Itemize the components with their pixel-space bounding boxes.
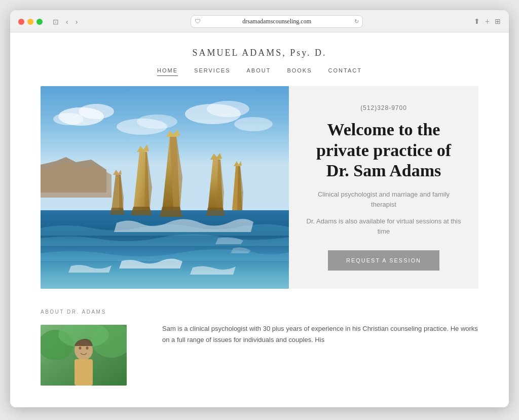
forward-button[interactable]: › bbox=[73, 17, 80, 27]
sidebar-toggle-button[interactable]: ⊡ bbox=[51, 17, 61, 27]
close-button[interactable] bbox=[18, 19, 24, 25]
share-icon[interactable]: ⬆ bbox=[474, 17, 480, 26]
about-left-column: ABOUT DR. ADAMS bbox=[41, 309, 142, 386]
welcome-heading: Welcome to the private practice of Dr. S… bbox=[305, 120, 462, 181]
subtitle-text: Clinical psychologist and marriage and f… bbox=[305, 189, 462, 209]
nav-home[interactable]: HOME bbox=[157, 67, 178, 76]
svg-point-2 bbox=[79, 104, 114, 119]
browser-action-icons: ⬆ + ⊞ bbox=[474, 17, 501, 26]
address-bar[interactable]: drsamadamscounseling.com bbox=[191, 15, 363, 28]
back-button[interactable]: ‹ bbox=[64, 17, 70, 27]
hero-info-box: (512)328-9700 Welcome to the private pra… bbox=[289, 86, 478, 289]
tabs-grid-icon[interactable]: ⊞ bbox=[495, 17, 501, 26]
site-title: SAMUEL ADAMS, Psy. D. bbox=[20, 48, 499, 58]
address-bar-container: 🛡 drsamadamscounseling.com ↻ bbox=[85, 15, 469, 28]
virtual-text: Dr. Adams is also available for virtual … bbox=[305, 216, 462, 236]
hero-landscape-svg bbox=[41, 86, 289, 289]
svg-point-5 bbox=[137, 114, 177, 129]
hero-image bbox=[41, 86, 289, 289]
about-section: ABOUT DR. ADAMS bbox=[10, 289, 509, 396]
security-icon: 🛡 bbox=[195, 18, 201, 25]
svg-point-16 bbox=[79, 347, 82, 350]
hero-section: (512)328-9700 Welcome to the private pra… bbox=[41, 86, 478, 289]
svg-point-7 bbox=[207, 101, 249, 117]
site-header: SAMUEL ADAMS, Psy. D. HOME SERVICES ABOU… bbox=[10, 32, 509, 76]
phone-number: (512)328-9700 bbox=[360, 104, 407, 111]
website-content: SAMUEL ADAMS, Psy. D. HOME SERVICES ABOU… bbox=[10, 32, 509, 407]
about-body-text: Sam is a clinical psychologist with 30 p… bbox=[162, 323, 478, 346]
nav-books[interactable]: BOOKS bbox=[287, 67, 312, 76]
minimize-button[interactable] bbox=[27, 19, 33, 25]
browser-nav-controls: ⊡ ‹ › bbox=[51, 17, 80, 27]
maximize-button[interactable] bbox=[36, 19, 43, 25]
browser-window: ⊡ ‹ › 🛡 drsamadamscounseling.com ↻ ⬆ + ⊞… bbox=[10, 10, 509, 407]
nav-contact[interactable]: CONTACT bbox=[328, 67, 362, 76]
svg-point-17 bbox=[86, 347, 89, 350]
site-nav: HOME SERVICES ABOUT BOOKS CONTACT bbox=[20, 67, 499, 76]
request-session-button[interactable]: REQUEST A SESSION bbox=[328, 250, 439, 271]
nav-services[interactable]: SERVICES bbox=[194, 67, 230, 76]
new-tab-icon[interactable]: + bbox=[485, 17, 490, 26]
nav-about[interactable]: ABOUT bbox=[247, 67, 271, 76]
about-photo bbox=[41, 325, 127, 386]
svg-point-8 bbox=[234, 117, 273, 131]
about-section-label: ABOUT DR. ADAMS bbox=[41, 309, 142, 315]
svg-point-3 bbox=[53, 113, 84, 125]
hero-image-container bbox=[41, 86, 289, 289]
svg-rect-15 bbox=[75, 359, 93, 386]
about-right-column: Sam is a clinical psychologist with 30 p… bbox=[162, 309, 478, 346]
about-photo-svg bbox=[41, 325, 127, 386]
traffic-lights bbox=[18, 19, 43, 25]
browser-chrome: ⊡ ‹ › 🛡 drsamadamscounseling.com ↻ ⬆ + ⊞ bbox=[10, 10, 509, 32]
refresh-icon[interactable]: ↻ bbox=[354, 18, 359, 25]
